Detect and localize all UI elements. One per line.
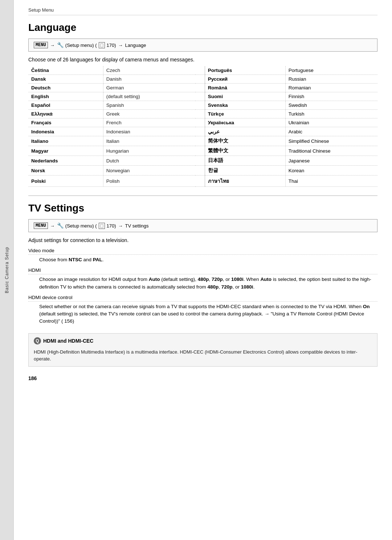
col-spacer <box>195 146 205 156</box>
lang-english-left: Italian <box>103 136 195 146</box>
lang-native-left: Dansk <box>28 75 103 84</box>
lang-native-right: 简体中文 <box>205 136 285 146</box>
lang-english-left: Hungarian <box>103 146 195 156</box>
lang-native-right: Svenska <box>205 101 285 110</box>
col-spacer <box>195 75 205 84</box>
lang-native-left: Ελληνικά <box>28 110 103 118</box>
language-destination: Language <box>125 43 146 48</box>
sidebar: Basic Camera Setup <box>0 0 14 540</box>
lang-table-row: Nederlands Dutch 日本語 Japanese <box>28 156 377 166</box>
lang-english-right: Japanese <box>285 156 377 166</box>
language-menu-path: MENU → 🔧 (Setup menu) (🀆 170) → Language <box>28 39 377 52</box>
lang-english-right: Swedish <box>285 101 377 110</box>
tv-settings-title: TV Settings <box>28 202 377 214</box>
lang-native-left: Nederlands <box>28 156 103 166</box>
lang-native-left: Español <box>28 101 103 110</box>
lang-native-left: Indonesia <box>28 127 103 136</box>
note-title-text: HDMI and HDMI-CEC <box>43 337 93 345</box>
main-content: Setup Menu Language MENU → 🔧 (Setup menu… <box>14 0 392 540</box>
setting-detail-1: Choose an image resolution for HDMI outp… <box>28 274 377 293</box>
setting-label-0: Video mode <box>28 246 377 255</box>
tv-camera-icon: 🀆 <box>99 223 105 229</box>
language-table: Čeština Czech Português Portuguese Dansk… <box>28 66 377 187</box>
lang-english-right: Korean <box>285 166 377 176</box>
arrow1: → <box>50 43 55 48</box>
tv-menu-button: MENU <box>34 222 48 229</box>
lang-english-left: Danish <box>103 75 195 84</box>
col-spacer <box>195 156 205 166</box>
lang-table-row: Español Spanish Svenska Swedish <box>28 101 377 110</box>
page-ref: 170) <box>107 43 116 48</box>
lang-native-right: ภาษาไทย <box>205 176 285 187</box>
lang-native-right: Українська <box>205 118 285 127</box>
lang-english-right: Russian <box>285 75 377 84</box>
lang-native-right: 日本語 <box>205 156 285 166</box>
lang-native-left: Deutsch <box>28 84 103 92</box>
tv-settings-container: Video mode Choose from NTSC and PAL. HDM… <box>28 246 377 327</box>
lang-english-right: Romanian <box>285 84 377 92</box>
lang-native-left: Italiano <box>28 136 103 146</box>
lang-table-row: English (default setting) Suomi Finnish <box>28 92 377 101</box>
page-number: 186 <box>28 375 377 381</box>
lang-table-row: Polski Polish ภาษาไทย Thai <box>28 176 377 187</box>
tv-destination: TV settings <box>125 223 149 229</box>
col-spacer <box>195 136 205 146</box>
col-spacer <box>195 176 205 187</box>
lang-native-left: Magyar <box>28 146 103 156</box>
col-spacer <box>195 110 205 118</box>
lang-english-right: Turkish <box>285 110 377 118</box>
lang-english-right: Simplified Chinese <box>285 136 377 146</box>
lang-table-row: Magyar Hungarian 繁體中文 Traditional Chines… <box>28 146 377 156</box>
lang-english-left: Polish <box>103 176 195 187</box>
tv-arrow2: → <box>118 223 123 229</box>
lang-native-left: Norsk <box>28 166 103 176</box>
tv-page-ref: 170) <box>107 223 116 229</box>
col-spacer <box>195 84 205 92</box>
menu-path-middle: (Setup menu) ( <box>65 43 97 48</box>
lang-table-row: Dansk Danish Русский Russian <box>28 75 377 84</box>
tv-arrow1: → <box>50 223 55 229</box>
col-spacer <box>195 92 205 101</box>
tv-wrench-icon: 🔧 <box>57 222 64 229</box>
lang-table-row: Indonesia Indonesian عربي Arabic <box>28 127 377 136</box>
lang-english-right: Arabic <box>285 127 377 136</box>
note-title: Q HDMI and HDMI-CEC <box>34 337 372 345</box>
lang-native-right: Türkçe <box>205 110 285 118</box>
lang-english-left: Spanish <box>103 101 195 110</box>
lang-native-right: 한글 <box>205 166 285 176</box>
lang-table-row: Norsk Norwegian 한글 Korean <box>28 166 377 176</box>
lang-english-right: Finnish <box>285 92 377 101</box>
tv-setting-row: Video mode Choose from NTSC and PAL. <box>28 246 377 266</box>
tv-setting-row: HDMI device control Select whether or no… <box>28 293 377 327</box>
language-title: Language <box>28 22 377 33</box>
lang-english-right: Ukrainian <box>285 118 377 127</box>
lang-native-left: Čeština <box>28 66 103 75</box>
tv-setting-row: HDMI Choose an image resolution for HDMI… <box>28 266 377 293</box>
setting-detail-2: Select whether or not the camera can rec… <box>28 302 377 327</box>
arrow2: → <box>118 43 123 48</box>
tv-menu-path: MENU → 🔧 (Setup menu) (🀆 170) → TV setti… <box>28 219 377 232</box>
note-body: HDMI (High-Definition Multimedia Interfa… <box>34 348 372 363</box>
lang-native-left: Polski <box>28 176 103 187</box>
lang-english-left: Greek <box>103 110 195 118</box>
lang-english-right: Traditional Chinese <box>285 146 377 156</box>
col-spacer <box>195 127 205 136</box>
note-icon: Q <box>34 337 41 344</box>
col-spacer <box>195 66 205 75</box>
note-box: Q HDMI and HDMI-CEC HDMI (High-Definitio… <box>28 333 377 367</box>
setting-label-1: HDMI <box>28 266 377 274</box>
lang-native-left: English <box>28 92 103 101</box>
setup-menu-label: Setup Menu <box>28 7 377 15</box>
lang-english-left: Norwegian <box>103 166 195 176</box>
lang-english-left: Dutch <box>103 156 195 166</box>
lang-table-row: Čeština Czech Português Portuguese <box>28 66 377 75</box>
lang-table-row: Deutsch German Română Romanian <box>28 84 377 92</box>
lang-native-right: Suomi <box>205 92 285 101</box>
lang-english-left: (default setting) <box>103 92 195 101</box>
setting-detail-0: Choose from NTSC and PAL. <box>28 255 377 266</box>
camera-icon: 🀆 <box>99 42 105 48</box>
lang-native-right: Português <box>205 66 285 75</box>
lang-table-row: Italiano Italian 简体中文 Simplified Chinese <box>28 136 377 146</box>
menu-button: MENU <box>34 42 48 48</box>
sidebar-label: Basic Camera Setup <box>4 247 9 293</box>
